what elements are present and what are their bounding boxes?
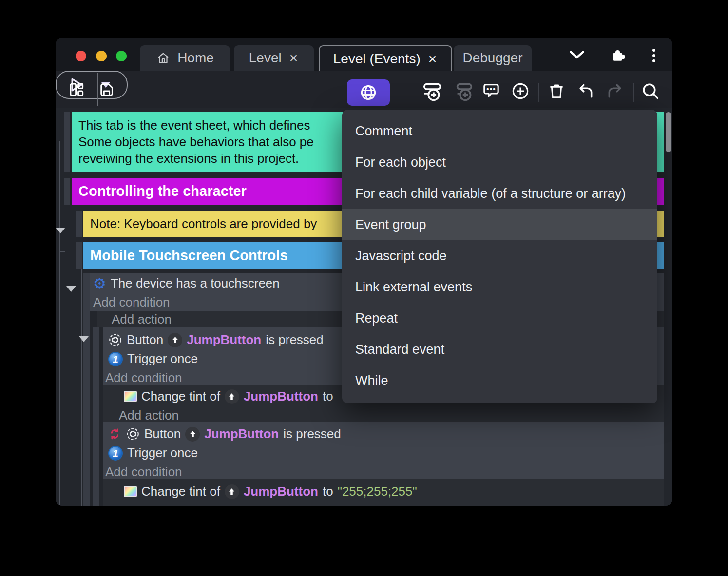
condition-text: Trigger once [127, 445, 198, 461]
trigger-once-icon: 1 [108, 352, 123, 366]
tabs-chevron-down-icon[interactable] [567, 49, 587, 60]
jumpbutton-object-icon [225, 484, 239, 499]
indent-guide [59, 141, 60, 506]
collapse-arrow-icon[interactable] [66, 286, 76, 292]
add-condition-label: Add condition [93, 295, 170, 310]
tab-label: Debugger [463, 50, 523, 66]
globe-icon [359, 83, 378, 102]
tab-home[interactable]: Home [140, 45, 230, 71]
close-icon[interactable]: × [427, 52, 438, 66]
action-change-tint-value[interactable]: Change tint of JumpButton to "255;255;25… [103, 479, 664, 506]
gear-icon: ⚙ [93, 276, 106, 291]
tab-level[interactable]: Level × [234, 45, 314, 71]
toolbar-divider [633, 83, 634, 102]
delete-trash-icon[interactable] [546, 80, 567, 102]
circle-plus-icon[interactable] [510, 80, 531, 102]
add-action-label: Add action [119, 504, 179, 506]
jumpbutton-object-icon [225, 389, 239, 404]
action-text: Change tint of [141, 484, 220, 499]
menu-item-repeat[interactable]: Repeat [342, 303, 657, 334]
preview-over-network-button[interactable] [347, 79, 390, 106]
zoom-window-button[interactable] [116, 51, 127, 61]
condition-row[interactable]: 1 Trigger once [108, 443, 664, 462]
action-text: Change tint of [141, 389, 220, 404]
tint-color-icon [124, 486, 137, 497]
action-text: to [323, 484, 333, 499]
condition-text: Trigger once [127, 351, 198, 366]
tab-level-events[interactable]: Level (Events) × [319, 45, 452, 72]
event-handle[interactable] [93, 327, 99, 506]
menu-item-standard-event[interactable]: Standard event [342, 334, 657, 365]
split-divider [97, 73, 98, 106]
add-comment-icon[interactable]: ••• [480, 80, 502, 102]
condition-text: Button [144, 426, 181, 442]
indent-guide [81, 251, 82, 506]
tab-label: Home [177, 50, 214, 66]
tab-label: Level (Events) [333, 51, 421, 67]
group-title: Mobile Touchscreen Controls [90, 248, 288, 264]
search-icon[interactable] [640, 80, 661, 102]
close-window-button[interactable] [76, 51, 86, 61]
event-handle[interactable] [76, 211, 82, 237]
add-action-label: Add action [119, 408, 179, 423]
jumpbutton-object-icon [185, 427, 200, 442]
button-pad-icon [108, 333, 122, 347]
tint-color-icon [124, 391, 137, 402]
condition-text: The device has a touchscreen [111, 276, 280, 291]
trigger-once-icon: 1 [108, 446, 123, 461]
close-icon[interactable]: × [288, 51, 299, 65]
title-bar: Home Level × Level (Events) × Debugger [56, 38, 672, 71]
event-handle[interactable] [83, 273, 90, 506]
save-icon[interactable] [97, 80, 116, 99]
jumpbutton-object-icon [168, 333, 182, 347]
redo-icon[interactable] [604, 80, 626, 102]
toolbar: ••• [56, 71, 672, 108]
add-condition-label: Add condition [105, 370, 182, 385]
condition-text: is pressed [266, 332, 324, 347]
tint-value: "255;255;255" [338, 484, 417, 499]
panels-layout-icon[interactable] [67, 80, 86, 99]
home-icon [156, 51, 171, 65]
event-handle[interactable] [64, 178, 70, 205]
note-text: Note: Keyboard controls are provided by [90, 216, 317, 231]
menu-item-while[interactable]: While [342, 365, 657, 396]
object-name: JumpButton [244, 389, 318, 404]
undo-icon[interactable] [575, 80, 596, 102]
indent-guide [59, 251, 65, 252]
menu-item-javascript-code[interactable]: Javascript code [342, 240, 657, 271]
menu-item-link-external-events[interactable]: Link external events [342, 271, 657, 303]
kebab-menu-icon[interactable] [652, 49, 656, 62]
menu-item-comment[interactable]: Comment [342, 115, 657, 147]
object-name: JumpButton [204, 426, 279, 442]
app-window: Home Level × Level (Events) × Debugger [56, 38, 672, 506]
menu-item-event-group[interactable]: Event group [342, 209, 657, 240]
event-button-pressed-inverted[interactable]: Button JumpButton is pressed 1 Trigger o… [103, 422, 664, 479]
collapse-arrow-icon[interactable] [79, 336, 89, 342]
extensions-puzzle-icon[interactable] [608, 48, 629, 62]
condition-text: Button [127, 332, 163, 347]
add-subevent-icon[interactable] [452, 79, 476, 104]
minimize-window-button[interactable] [96, 51, 107, 61]
add-event-icon[interactable] [421, 79, 445, 104]
event-handle[interactable] [76, 242, 82, 269]
add-condition-label: Add condition [105, 464, 182, 480]
add-action-label: Add action [112, 312, 172, 327]
tab-debugger[interactable]: Debugger [454, 45, 532, 71]
toolbar-divider [538, 83, 539, 102]
collapse-arrow-icon[interactable] [56, 228, 65, 233]
object-name: JumpButton [244, 484, 318, 499]
menu-item-for-each-object[interactable]: For each object [342, 147, 657, 178]
action-text: to [323, 389, 333, 404]
tab-label: Level [249, 50, 282, 66]
comment-dots: ••• [486, 85, 496, 94]
play-preview-button[interactable] [56, 71, 128, 99]
object-name: JumpButton [187, 332, 261, 347]
invert-condition-icon [108, 427, 121, 441]
add-action-button[interactable]: Add action [119, 502, 664, 506]
button-pad-icon [126, 427, 140, 441]
menu-item-for-each-child-variable[interactable]: For each child variable (of a structure … [342, 178, 657, 209]
action-row[interactable]: Change tint of JumpButton to "255;255;25… [124, 482, 664, 501]
condition-row[interactable]: Button JumpButton is pressed [108, 424, 664, 443]
vertical-scrollbar-thumb[interactable] [666, 112, 671, 152]
event-handle[interactable] [64, 112, 70, 172]
